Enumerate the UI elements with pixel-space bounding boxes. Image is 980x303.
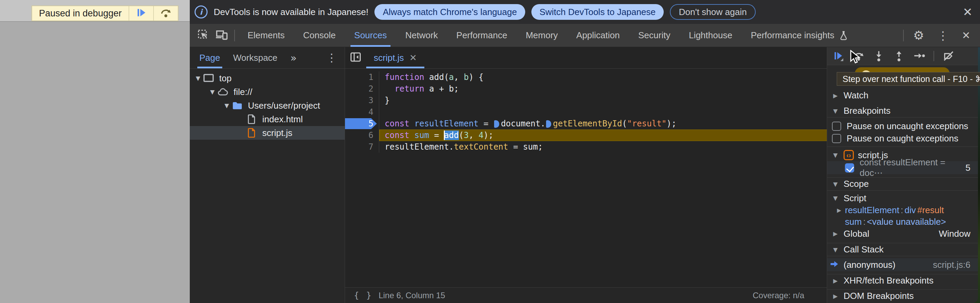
code-line-1[interactable]: 1function add(a, b) { xyxy=(345,71,827,83)
scope-global-group[interactable]: ▶ Global Window xyxy=(827,227,978,240)
tab-sources[interactable]: Sources xyxy=(345,24,396,47)
tab-application[interactable]: Application xyxy=(567,24,629,47)
tree-item-index-html[interactable]: index.html xyxy=(190,113,345,126)
resume-button[interactable] xyxy=(833,50,844,62)
tree-item-file-[interactable]: ▼file:// xyxy=(190,85,345,99)
settings-gear-icon[interactable]: ⚙ xyxy=(913,29,924,42)
line-number-gutter[interactable]: 3 xyxy=(345,95,379,106)
resume-script-button[interactable] xyxy=(129,6,153,21)
inline-breakpoint-marker-icon[interactable] xyxy=(546,120,551,128)
token xyxy=(409,119,414,128)
code-area[interactable]: 1function add(a, b) {2 return a + b;3}45… xyxy=(345,69,827,287)
frame-icon xyxy=(203,73,215,83)
switch-to-japanese-button[interactable]: Switch DevTools to Japanese xyxy=(531,4,664,20)
line-number-gutter[interactable]: 4 xyxy=(345,106,379,118)
tab-performance[interactable]: Performance xyxy=(447,24,517,47)
navigator-header: Page Workspace » ⋮ xyxy=(190,47,345,69)
pause-caught-row[interactable]: Pause on caught exceptions xyxy=(827,132,978,144)
editor-tab-scriptjs[interactable]: script.js ✕ xyxy=(366,47,424,68)
section-dom-breakpoints[interactable]: ▶ DOM Breakpoints xyxy=(827,289,978,302)
tree-item-users-user-project[interactable]: ▼Users/user/project xyxy=(190,99,345,113)
pause-caught-checkbox[interactable] xyxy=(832,134,841,143)
step-over-button-page[interactable] xyxy=(153,6,178,21)
more-options-icon[interactable]: ⋮ xyxy=(937,30,949,41)
pause-uncaught-row[interactable]: Pause on uncaught exceptions xyxy=(827,120,978,132)
device-toolbar-icon xyxy=(215,29,228,42)
step-button[interactable] xyxy=(913,50,925,62)
line-number-gutter[interactable]: 6 xyxy=(345,130,379,141)
line-number-gutter[interactable]: 2 xyxy=(345,83,379,95)
step-into-button[interactable] xyxy=(873,50,885,62)
chevron-down-icon: ▼ xyxy=(831,195,840,201)
code-line-3[interactable]: 3} xyxy=(345,95,827,106)
more-tabs-icon[interactable]: » xyxy=(290,52,297,64)
pretty-print-icon[interactable]: { } xyxy=(354,290,372,300)
pause-uncaught-checkbox[interactable] xyxy=(832,122,841,131)
close-devtools-icon[interactable]: ✕ xyxy=(962,30,970,41)
breakpoint-enabled-checkbox[interactable] xyxy=(845,163,854,173)
cloud-icon xyxy=(217,87,229,96)
call-stack-frame[interactable]: (anonymous) script.js:6 xyxy=(827,258,978,271)
tree-item-top[interactable]: ▼top xyxy=(190,71,345,85)
code-line-content xyxy=(379,106,827,118)
frame-name: (anonymous) xyxy=(843,260,896,270)
always-match-language-button[interactable]: Always match Chrome's language xyxy=(374,4,525,20)
line-number-gutter[interactable]: 7 xyxy=(345,141,379,153)
inspect-element-button[interactable] xyxy=(194,24,212,47)
scope-var-sum[interactable]: sum: <value unavailable> xyxy=(827,216,978,227)
tab-performance-insights[interactable]: Performance insights xyxy=(742,24,858,47)
tab-label: Sources xyxy=(354,30,387,41)
navigator-menu-icon[interactable]: ⋮ xyxy=(326,51,337,64)
editor-status-bar: { } Line 6, Column 15 Coverage: n/a xyxy=(345,287,827,303)
line-number-gutter[interactable]: 1 xyxy=(345,71,379,83)
token: "result" xyxy=(627,119,667,128)
tab-memory[interactable]: Memory xyxy=(516,24,567,47)
scope-script-group[interactable]: ▼ Script xyxy=(827,192,978,204)
code-line-2[interactable]: 2 return a + b; xyxy=(345,83,827,95)
tab-security[interactable]: Security xyxy=(629,24,680,47)
dont-show-again-button[interactable]: Don't show again xyxy=(670,4,756,20)
section-scope[interactable]: ▼ Scope xyxy=(827,177,978,190)
code-line-4[interactable]: 4 xyxy=(345,106,827,118)
value-id: #result xyxy=(917,205,944,216)
tab-network[interactable]: Network xyxy=(396,24,447,47)
pause-options: Pause on uncaught exceptions Pause on ca… xyxy=(827,117,978,147)
step-out-button[interactable] xyxy=(893,50,905,62)
navigator-tab-workspace[interactable]: Workspace xyxy=(233,47,278,68)
breakpoint-entry[interactable]: const resultElement = doc⋯ 5 xyxy=(827,161,978,174)
tab-label: Elements xyxy=(248,30,285,41)
chevron-down-icon[interactable]: ▼ xyxy=(222,102,231,109)
section-breakpoints[interactable]: ▼ Breakpoints xyxy=(827,105,978,117)
chevron-down-icon[interactable]: ▼ xyxy=(208,89,217,95)
collapse-navigator-button[interactable] xyxy=(345,47,366,68)
tab-console[interactable]: Console xyxy=(294,24,345,47)
breakpoint-marker-gutter[interactable]: 5 xyxy=(345,118,379,130)
tab-label: Performance insights xyxy=(751,30,834,41)
section-watch[interactable]: ▶ Watch xyxy=(827,89,978,102)
toggle-device-toolbar-button[interactable] xyxy=(212,24,231,47)
navigator-tab-page[interactable]: Page xyxy=(199,47,220,68)
notification-close-icon[interactable]: ✕ xyxy=(963,6,973,18)
token: 4 xyxy=(479,130,484,140)
code-line-6[interactable]: 6const sum = add(3, 4); xyxy=(345,130,827,141)
resume-icon xyxy=(136,7,147,19)
section-xhr-breakpoints[interactable]: ▶ XHR/fetch Breakpoints xyxy=(827,274,978,287)
editor-tab-strip: script.js ✕ xyxy=(345,47,827,69)
code-line-5[interactable]: 5const resultElement = document.getEleme… xyxy=(345,118,827,130)
tree-item-script-js[interactable]: script.js xyxy=(190,126,345,140)
flask-icon xyxy=(838,30,849,41)
token: . xyxy=(449,142,454,152)
section-call-stack[interactable]: ▼ Call Stack xyxy=(827,243,978,256)
chevron-down-icon: ▼ xyxy=(831,152,840,159)
cursor-position-label: Line 6, Column 15 xyxy=(379,291,445,300)
inline-breakpoint-marker-icon[interactable] xyxy=(494,120,499,128)
folder-icon xyxy=(231,101,243,110)
tab-elements[interactable]: Elements xyxy=(238,24,294,47)
chevron-down-icon[interactable]: ▼ xyxy=(193,75,203,82)
close-tab-icon[interactable]: ✕ xyxy=(409,52,417,63)
scope-var-resultelement[interactable]: ▶ resultElement: div#result xyxy=(827,204,978,216)
deactivate-breakpoints-button[interactable] xyxy=(943,50,955,62)
tab-lighthouse[interactable]: Lighthouse xyxy=(679,24,741,47)
token: ( xyxy=(444,72,449,82)
code-line-7[interactable]: 7resultElement.textContent = sum; xyxy=(345,141,827,153)
